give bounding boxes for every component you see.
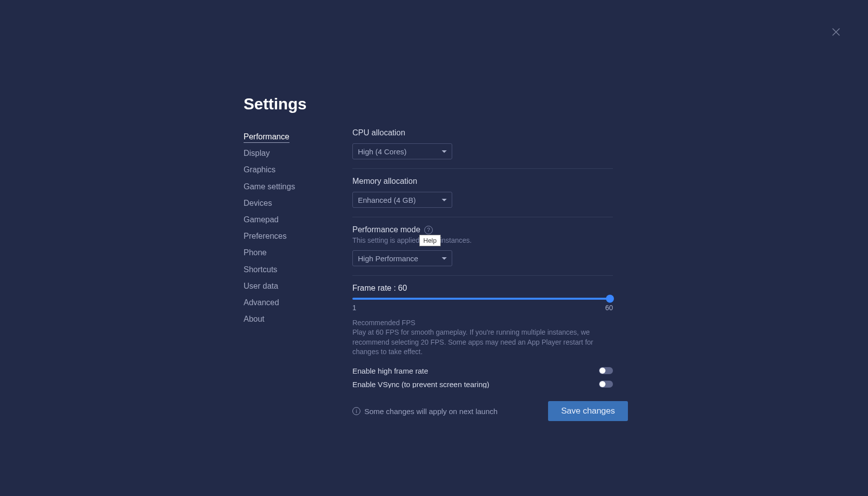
- cpu-section: CPU allocation High (4 Cores): [352, 128, 613, 169]
- perfmode-label: Performance mode: [352, 225, 420, 234]
- perfmode-select-value: High Performance: [358, 254, 418, 263]
- close-icon: [831, 27, 841, 37]
- memory-select-value: Enhanced (4 GB): [358, 196, 416, 204]
- frame-rate-slider[interactable]: [352, 298, 613, 300]
- memory-label: Memory allocation: [352, 177, 613, 186]
- sidebar-item-devices[interactable]: Devices: [244, 195, 352, 211]
- help-tooltip: Help: [419, 235, 441, 246]
- sidebar-item-gamepad[interactable]: Gamepad: [244, 211, 352, 228]
- sidebar-item-label: Game settings: [244, 182, 295, 191]
- sidebar-item-advanced[interactable]: Advanced: [244, 294, 352, 311]
- sidebar-item-display[interactable]: Display: [244, 145, 352, 161]
- toggle-knob: [599, 381, 605, 387]
- sidebar-item-label: Display: [244, 149, 270, 157]
- cpu-select-value: High (4 Cores): [358, 147, 407, 156]
- frame-rate-label: Frame rate : 60: [352, 284, 613, 293]
- memory-select[interactable]: Enhanced (4 GB): [352, 192, 452, 208]
- sidebar-item-label: Preferences: [244, 232, 287, 240]
- chevron-down-icon: [442, 150, 447, 153]
- toggle-vsync[interactable]: [599, 381, 613, 388]
- perfmode-section: Performance mode ? Help This setting is …: [352, 225, 613, 276]
- toggle-high-frame-rate-row: Enable high frame rate: [352, 364, 613, 378]
- page-title: Settings: [244, 95, 628, 113]
- sidebar-item-label: Devices: [244, 199, 272, 207]
- sidebar-item-game-settings[interactable]: Game settings: [244, 178, 352, 195]
- perfmode-select[interactable]: High Performance: [352, 250, 452, 266]
- perfmode-subtext: This setting is applied on all instances…: [352, 236, 613, 244]
- framerate-section: Frame rate : 60 1 60 Recommended FPS Pla…: [352, 284, 613, 388]
- footer-note-text: Some changes will apply on next launch: [364, 407, 498, 416]
- sidebar-item-label: Advanced: [244, 298, 279, 307]
- info-icon: i: [352, 407, 360, 415]
- toggle-high-frame-rate[interactable]: [599, 367, 613, 374]
- settings-footer: i Some changes will apply on next launch…: [352, 401, 628, 421]
- sidebar-item-label: Shortcuts: [244, 265, 278, 274]
- cpu-select[interactable]: High (4 Cores): [352, 143, 452, 159]
- sidebar: Performance Display Graphics Game settin…: [244, 128, 352, 421]
- sidebar-item-label: Phone: [244, 248, 267, 257]
- slider-max: 60: [605, 304, 613, 312]
- chevron-down-icon: [442, 199, 447, 201]
- slider-thumb[interactable]: [606, 295, 614, 303]
- sidebar-item-label: About: [244, 315, 265, 323]
- sidebar-item-graphics[interactable]: Graphics: [244, 161, 352, 178]
- sidebar-item-label: Gamepad: [244, 215, 279, 224]
- sidebar-item-user-data[interactable]: User data: [244, 278, 352, 294]
- sidebar-item-label: Performance: [244, 132, 289, 143]
- settings-scroll-area[interactable]: CPU allocation High (4 Cores) Memory all…: [352, 128, 628, 388]
- cpu-label: CPU allocation: [352, 128, 613, 137]
- recommended-fps-desc: Play at 60 FPS for smooth gameplay. If y…: [352, 328, 613, 357]
- sidebar-item-shortcuts[interactable]: Shortcuts: [244, 261, 352, 278]
- toggle-vsync-row: Enable VSync (to prevent screen tearing): [352, 378, 613, 388]
- save-changes-button[interactable]: Save changes: [548, 401, 628, 421]
- sidebar-item-about[interactable]: About: [244, 311, 352, 327]
- help-icon[interactable]: ?: [424, 226, 433, 234]
- toggle-label: Enable VSync (to prevent screen tearing): [352, 380, 489, 388]
- close-button[interactable]: [831, 27, 841, 37]
- toggle-label: Enable high frame rate: [352, 367, 428, 375]
- slider-min: 1: [352, 304, 356, 312]
- sidebar-item-phone[interactable]: Phone: [244, 244, 352, 261]
- slider-track: [352, 298, 613, 300]
- chevron-down-icon: [442, 257, 447, 260]
- footer-note: i Some changes will apply on next launch: [352, 407, 498, 416]
- sidebar-item-preferences[interactable]: Preferences: [244, 228, 352, 244]
- toggle-knob: [599, 368, 605, 374]
- sidebar-item-label: User data: [244, 282, 278, 290]
- recommended-fps-title: Recommended FPS: [352, 319, 613, 327]
- sidebar-item-label: Graphics: [244, 165, 276, 174]
- sidebar-item-performance[interactable]: Performance: [244, 128, 352, 145]
- memory-section: Memory allocation Enhanced (4 GB): [352, 177, 613, 217]
